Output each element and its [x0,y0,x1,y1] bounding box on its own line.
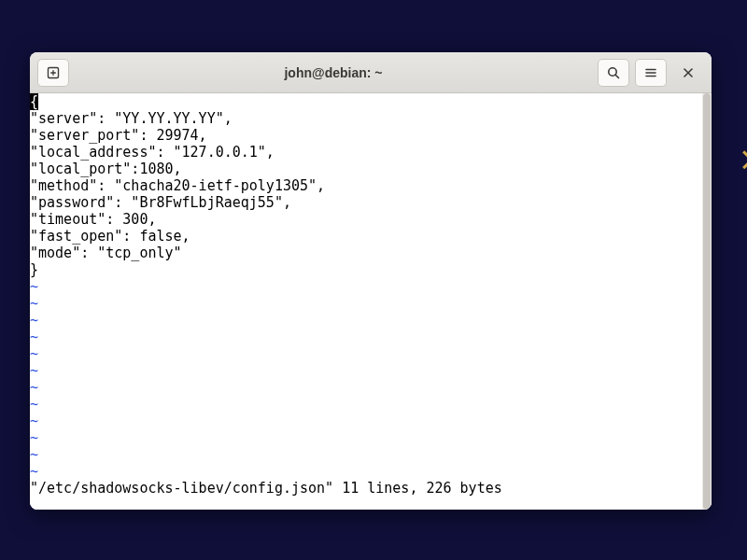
close-button[interactable] [672,59,704,87]
hamburger-icon [643,65,658,80]
terminal-line: "local_port":1080, [30,161,702,177]
search-button[interactable] [598,59,629,87]
empty-line-marker: ~ [30,312,702,329]
terminal-window: john@debian: ~ [30,52,712,510]
menu-button[interactable] [635,59,667,87]
empty-line-marker: ~ [30,295,702,312]
terminal-line: "local_address": "127.0.0.1", [30,144,702,161]
empty-line-marker: ~ [30,362,702,379]
empty-line-marker: ~ [30,278,702,295]
search-icon [606,65,621,80]
terminal-viewport[interactable]: {"server": "YY.YY.YY.YY","server_port": … [30,93,712,510]
close-icon [682,66,695,79]
empty-line-marker: ~ [30,329,702,345]
empty-line-marker: ~ [30,379,702,396]
titlebar: john@debian: ~ [30,52,712,93]
new-tab-icon [46,65,61,80]
empty-line-marker: ~ [30,429,702,446]
scrollbar[interactable] [702,93,712,510]
cursor: { [30,93,38,110]
empty-line-marker: ~ [30,345,702,362]
empty-line-marker: ~ [30,463,702,480]
status-line: "/etc/shadowsocks-libev/config.json" 11 … [30,480,702,497]
new-tab-button[interactable] [37,59,69,87]
terminal-line: "fast_open": false, [30,228,702,245]
terminal-line: "method": "chacha20-ietf-poly1305", [30,177,702,194]
screen-decoration [735,150,747,169]
terminal-line: { [30,93,702,110]
terminal-line: "timeout": 300, [30,211,702,228]
terminal-line: "mode": "tcp_only" [30,245,702,261]
empty-line-marker: ~ [30,413,702,429]
terminal-line: } [30,261,702,278]
terminal-line: "server": "YY.YY.YY.YY", [30,110,702,127]
empty-line-marker: ~ [30,446,702,463]
empty-line-marker: ~ [30,396,702,413]
svg-line-4 [615,75,618,77]
scrollbar-thumb[interactable] [703,93,711,510]
terminal-line: "server_port": 29974, [30,127,702,144]
terminal-line: "password": "Br8FwfLbjRaeqj55", [30,194,702,211]
window-title: john@debian: ~ [73,65,594,80]
